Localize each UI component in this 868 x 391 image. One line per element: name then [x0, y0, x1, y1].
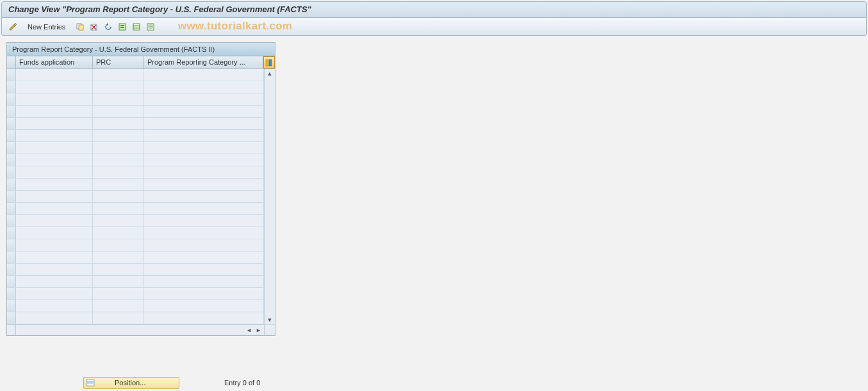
cell-prc[interactable]	[93, 203, 144, 214]
cell-funds[interactable]	[16, 251, 93, 263]
cell-desc[interactable]	[144, 300, 264, 312]
cell-prc[interactable]	[93, 130, 144, 141]
cell-prc[interactable]	[93, 300, 144, 312]
row-selector[interactable]	[7, 106, 16, 117]
cell-desc[interactable]	[144, 312, 264, 324]
row-selector[interactable]	[7, 69, 16, 81]
scroll-left-icon[interactable]: ◄	[245, 327, 253, 333]
cell-desc[interactable]	[144, 130, 264, 141]
cell-prc[interactable]	[93, 166, 144, 178]
cell-funds[interactable]	[16, 203, 93, 214]
cell-funds[interactable]	[16, 312, 93, 324]
cell-prc[interactable]	[93, 227, 144, 239]
cell-funds[interactable]	[16, 93, 93, 105]
cell-prc[interactable]	[93, 106, 144, 117]
cell-desc[interactable]	[144, 264, 264, 275]
row-selector[interactable]	[7, 81, 16, 93]
cell-funds[interactable]	[16, 264, 93, 275]
cell-desc[interactable]	[144, 215, 264, 227]
cell-prc[interactable]	[93, 118, 144, 129]
row-selector[interactable]	[7, 264, 16, 275]
cell-funds[interactable]	[16, 166, 93, 178]
cell-funds[interactable]	[16, 106, 93, 117]
cell-desc[interactable]	[144, 106, 264, 117]
row-selector[interactable]	[7, 203, 16, 214]
undo-icon[interactable]	[102, 21, 114, 33]
cell-desc[interactable]	[144, 288, 264, 299]
select-all-icon[interactable]	[117, 21, 128, 33]
cell-funds[interactable]	[16, 191, 93, 202]
horizontal-scrollbar[interactable]: ◄ ►	[7, 324, 275, 335]
cell-funds[interactable]	[16, 130, 93, 141]
row-selector[interactable]	[7, 142, 16, 154]
cell-funds[interactable]	[16, 227, 93, 239]
cell-prc[interactable]	[93, 276, 144, 287]
scroll-right-icon[interactable]: ►	[254, 327, 263, 333]
row-selector[interactable]	[7, 130, 16, 141]
cell-prc[interactable]	[93, 239, 144, 251]
column-header-funds[interactable]: Funds application	[16, 56, 93, 68]
cell-desc[interactable]	[144, 69, 264, 81]
cell-funds[interactable]	[16, 300, 93, 312]
delete-icon[interactable]	[88, 21, 100, 33]
cell-funds[interactable]	[16, 69, 93, 81]
copy-icon[interactable]	[74, 21, 86, 33]
cell-funds[interactable]	[16, 179, 93, 190]
cell-prc[interactable]	[93, 312, 144, 324]
row-selector-header[interactable]	[7, 56, 16, 68]
cell-desc[interactable]	[144, 154, 264, 166]
cell-funds[interactable]	[16, 154, 93, 166]
cell-desc[interactable]	[144, 239, 264, 251]
cell-prc[interactable]	[93, 142, 144, 154]
cell-funds[interactable]	[16, 288, 93, 299]
cell-desc[interactable]	[144, 191, 264, 202]
row-selector[interactable]	[7, 239, 16, 251]
row-selector[interactable]	[7, 251, 16, 263]
cell-funds[interactable]	[16, 276, 93, 287]
scroll-down-icon[interactable]: ▼	[266, 315, 274, 324]
cell-desc[interactable]	[144, 276, 264, 287]
cell-funds[interactable]	[16, 142, 93, 154]
deselect-all-icon[interactable]	[145, 21, 156, 33]
row-selector[interactable]	[7, 300, 16, 312]
cell-prc[interactable]	[93, 69, 144, 81]
cell-desc[interactable]	[144, 227, 264, 239]
table-config-icon[interactable]	[263, 56, 275, 68]
cell-prc[interactable]	[93, 93, 144, 105]
cell-desc[interactable]	[144, 166, 264, 178]
cell-desc[interactable]	[144, 203, 264, 214]
row-selector[interactable]	[7, 118, 16, 129]
row-selector[interactable]	[7, 215, 16, 227]
cell-funds[interactable]	[16, 215, 93, 227]
cell-funds[interactable]	[16, 81, 93, 93]
cell-desc[interactable]	[144, 179, 264, 190]
cell-desc[interactable]	[144, 251, 264, 263]
cell-prc[interactable]	[93, 191, 144, 202]
cell-prc[interactable]	[93, 251, 144, 263]
cell-funds[interactable]	[16, 239, 93, 251]
cell-desc[interactable]	[144, 93, 264, 105]
change-display-icon[interactable]	[7, 21, 19, 33]
row-selector[interactable]	[7, 154, 16, 166]
cell-desc[interactable]	[144, 118, 264, 129]
new-entries-button[interactable]: New Entries	[24, 22, 69, 32]
cell-funds[interactable]	[16, 118, 93, 129]
position-button[interactable]: Position...	[83, 377, 179, 389]
row-selector[interactable]	[7, 93, 16, 105]
row-selector[interactable]	[7, 166, 16, 178]
row-selector[interactable]	[7, 276, 16, 287]
row-selector[interactable]	[7, 312, 16, 324]
select-block-icon[interactable]	[131, 21, 142, 33]
row-selector[interactable]	[7, 179, 16, 190]
column-header-desc[interactable]: Program Reporting Category ...	[144, 56, 263, 68]
column-header-prc[interactable]: PRC	[93, 56, 144, 68]
cell-prc[interactable]	[93, 288, 144, 299]
cell-prc[interactable]	[93, 179, 144, 190]
scroll-up-icon[interactable]: ▲	[266, 69, 274, 78]
row-selector[interactable]	[7, 191, 16, 202]
cell-prc[interactable]	[93, 264, 144, 275]
row-selector[interactable]	[7, 288, 16, 299]
cell-prc[interactable]	[93, 154, 144, 166]
cell-prc[interactable]	[93, 215, 144, 227]
cell-desc[interactable]	[144, 81, 264, 93]
